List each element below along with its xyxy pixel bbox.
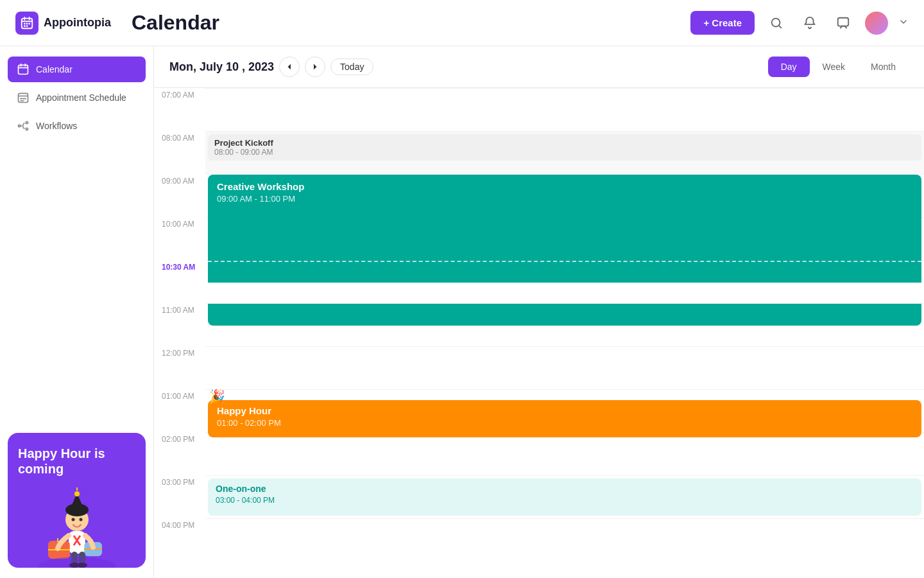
event-happy-hour[interactable]: Happy Hour 01:00 - 02:00 PM xyxy=(208,400,921,437)
workflows-icon xyxy=(17,119,30,132)
svg-point-14 xyxy=(74,491,80,496)
one-on-one-title: One-on-one xyxy=(216,484,914,494)
time-content-1100 xyxy=(205,303,924,346)
time-label-1000: 10:00 AM xyxy=(154,217,205,260)
time-label-1030: 10:30 AM xyxy=(154,260,205,303)
happy-hour-time: 01:00 - 02:00 PM xyxy=(217,418,912,428)
party-emoji: 🎉 xyxy=(209,389,225,404)
event-project-kickoff[interactable]: Project Kickoff 08:00 - 09:00 AM xyxy=(208,134,921,161)
svg-rect-8 xyxy=(19,65,28,74)
search-icon[interactable] xyxy=(765,12,788,35)
creative-workshop-end[interactable] xyxy=(208,304,921,326)
sidebar: Calendar Appointment Schedule Workflows … xyxy=(0,46,154,578)
time-label-0100: 01:00 AM xyxy=(154,389,205,432)
time-content-1000 xyxy=(205,217,924,260)
app-header: Appointopia Calendar + Create xyxy=(0,0,924,46)
current-date: Mon, July 10 , 2023 xyxy=(169,60,274,74)
creative-workshop-continuation[interactable] xyxy=(208,218,921,261)
logo: Appointopia xyxy=(15,12,111,35)
time-label-0200: 02:00 PM xyxy=(154,432,205,475)
svg-point-1 xyxy=(24,22,26,24)
time-content-0100: 🎉 Happy Hour 01:00 - 02:00 PM xyxy=(205,389,924,432)
svg-point-33 xyxy=(38,557,116,568)
month-view-button[interactable]: Month xyxy=(858,57,909,77)
creative-workshop-title: Creative Workshop xyxy=(217,181,912,192)
logo-icon xyxy=(15,12,38,35)
time-label-0700: 07:00 AM xyxy=(154,88,205,131)
svg-point-19 xyxy=(79,518,82,521)
time-grid: 07:00 AM 08:00 AM Project Kickoff 08:00 … xyxy=(154,88,924,561)
svg-point-3 xyxy=(28,22,30,24)
today-button[interactable]: Today xyxy=(330,58,373,75)
promo-illustration xyxy=(18,484,135,568)
chevron-down-icon[interactable] xyxy=(898,17,909,30)
chat-icon[interactable] xyxy=(832,12,855,35)
time-content-0700 xyxy=(205,88,924,131)
calendar-header: Mon, July 10 , 2023 Today Day Week Month xyxy=(154,46,924,88)
time-content-1030 xyxy=(205,260,924,282)
svg-point-5 xyxy=(26,25,28,27)
main-content: Mon, July 10 , 2023 Today Day Week Month… xyxy=(154,46,924,578)
prev-day-button[interactable] xyxy=(279,57,300,77)
creative-workshop-time: 09:00 AM - 11:00 PM xyxy=(217,194,912,204)
project-kickoff-title: Project Kickoff xyxy=(214,138,915,148)
sidebar-item-workflows[interactable]: Workflows xyxy=(8,113,146,139)
svg-point-2 xyxy=(26,22,28,24)
svg-point-18 xyxy=(71,518,74,521)
svg-point-4 xyxy=(24,25,26,27)
time-label-0400: 04:00 PM xyxy=(154,518,205,561)
sidebar-calendar-label: Calendar xyxy=(36,64,73,74)
main-layout: Calendar Appointment Schedule Workflows … xyxy=(0,46,924,578)
time-content-0300: One-on-one 03:00 - 04:00 PM xyxy=(205,475,924,518)
happy-hour-title: Happy Hour xyxy=(217,405,912,416)
one-on-one-time: 03:00 - 04:00 PM xyxy=(216,496,914,505)
view-toggle: Day Week Month xyxy=(768,57,909,77)
promo-title: Happy Hour is coming xyxy=(18,446,135,477)
promo-card: Happy Hour is coming xyxy=(8,433,146,568)
time-label-0900: 09:00 AM xyxy=(154,174,205,217)
sidebar-appointment-label: Appointment Schedule xyxy=(36,92,126,103)
next-day-button[interactable] xyxy=(305,57,325,77)
time-label-1200: 12:00 PM xyxy=(154,346,205,389)
create-button[interactable]: + Create xyxy=(690,11,755,35)
svg-rect-7 xyxy=(838,17,849,26)
svg-point-12 xyxy=(26,128,28,130)
event-one-on-one[interactable]: One-on-one 03:00 - 04:00 PM xyxy=(208,478,921,516)
page-title: Calendar xyxy=(132,11,690,35)
sidebar-workflows-label: Workflows xyxy=(36,121,77,131)
header-actions: + Create xyxy=(690,11,909,35)
logo-text: Appointopia xyxy=(44,16,111,30)
time-content-0400 xyxy=(205,518,924,561)
sidebar-item-calendar[interactable]: Calendar xyxy=(8,57,146,82)
project-kickoff-time: 08:00 - 09:00 AM xyxy=(214,148,915,157)
appointment-icon xyxy=(17,91,30,104)
time-label-1100: 11:00 AM xyxy=(154,303,205,346)
time-content-0200 xyxy=(205,432,924,475)
event-creative-workshop[interactable]: Creative Workshop 09:00 AM - 11:00 PM xyxy=(208,175,921,218)
calendar-body: 07:00 AM 08:00 AM Project Kickoff 08:00 … xyxy=(154,88,924,578)
svg-rect-20 xyxy=(69,531,85,554)
date-navigation: Mon, July 10 , 2023 Today xyxy=(169,57,373,77)
time-content-0900: Creative Workshop 09:00 AM - 11:00 PM xyxy=(205,174,924,217)
time-label-0800: 08:00 AM xyxy=(154,131,205,174)
week-view-button[interactable]: Week xyxy=(810,57,859,77)
time-label-0300: 03:00 PM xyxy=(154,475,205,518)
time-content-1200 xyxy=(205,346,924,389)
day-view-button[interactable]: Day xyxy=(768,57,810,77)
bell-icon[interactable] xyxy=(798,12,821,35)
sidebar-item-appointment-schedule[interactable]: Appointment Schedule xyxy=(8,85,146,110)
svg-point-17 xyxy=(65,504,89,516)
svg-rect-24 xyxy=(57,538,58,542)
avatar[interactable] xyxy=(865,12,888,35)
calendar-icon xyxy=(17,63,30,76)
creative-workshop-current[interactable] xyxy=(208,261,921,283)
svg-point-11 xyxy=(26,121,28,123)
time-content-0800: Project Kickoff 08:00 - 09:00 AM xyxy=(205,131,924,174)
